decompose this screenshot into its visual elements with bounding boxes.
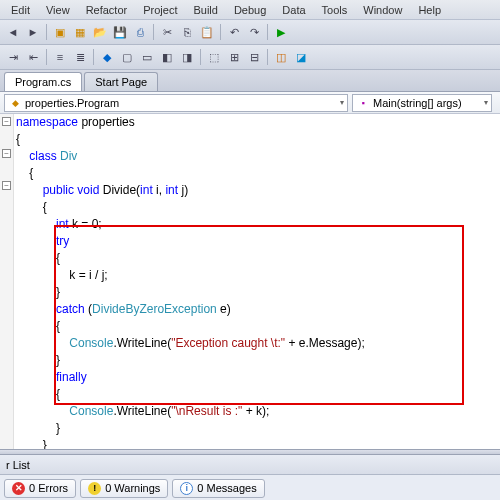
menu-tools[interactable]: Tools bbox=[315, 2, 355, 18]
menu-data[interactable]: Data bbox=[275, 2, 312, 18]
outdent-icon[interactable]: ⇤ bbox=[24, 48, 42, 66]
fold-gutter: − − − bbox=[0, 114, 14, 449]
separator bbox=[220, 24, 221, 40]
error-list-title: r List bbox=[6, 459, 30, 471]
menu-project[interactable]: Project bbox=[136, 2, 184, 18]
save-icon[interactable]: 💾 bbox=[111, 23, 129, 41]
separator bbox=[267, 24, 268, 40]
separator bbox=[93, 49, 94, 65]
menu-help[interactable]: Help bbox=[411, 2, 448, 18]
fold-toggle-icon[interactable]: − bbox=[2, 149, 11, 158]
paste-icon[interactable]: 📋 bbox=[198, 23, 216, 41]
menu-view[interactable]: View bbox=[39, 2, 77, 18]
class-dropdown-label: properties.Program bbox=[25, 97, 119, 109]
toolbar-row-2: ⇥ ⇤ ≡ ≣ ◆ ▢ ▭ ◧ ◨ ⬚ ⊞ ⊟ ◫ ◪ bbox=[0, 45, 500, 70]
tab-start-page[interactable]: Start Page bbox=[84, 72, 158, 91]
menu-bar: Edit View Refactor Project Build Debug D… bbox=[0, 0, 500, 20]
error-list-header: r List bbox=[0, 455, 500, 475]
tool-icon[interactable]: ◫ bbox=[272, 48, 290, 66]
cut-icon[interactable]: ✂ bbox=[158, 23, 176, 41]
undo-icon[interactable]: ↶ bbox=[225, 23, 243, 41]
tool-icon[interactable]: ⊞ bbox=[225, 48, 243, 66]
warnings-label: 0 Warnings bbox=[105, 482, 160, 494]
document-tab-bar: Program.cs Start Page bbox=[0, 70, 500, 92]
separator bbox=[153, 24, 154, 40]
add-item-icon[interactable]: ▦ bbox=[71, 23, 89, 41]
tool-icon[interactable]: ◨ bbox=[178, 48, 196, 66]
fold-toggle-icon[interactable]: − bbox=[2, 117, 11, 126]
member-dropdown-label: Main(string[] args) bbox=[373, 97, 462, 109]
highlight-box bbox=[54, 225, 464, 405]
separator bbox=[46, 24, 47, 40]
menu-window[interactable]: Window bbox=[356, 2, 409, 18]
menu-edit[interactable]: Edit bbox=[4, 2, 37, 18]
uncomment-icon[interactable]: ≣ bbox=[71, 48, 89, 66]
messages-label: 0 Messages bbox=[197, 482, 256, 494]
code-editor[interactable]: − − − namespace properties { class Div {… bbox=[0, 114, 500, 449]
error-list-toolbar: ✕ 0 Errors ! 0 Warnings i 0 Messages bbox=[0, 475, 500, 500]
indent-icon[interactable]: ⇥ bbox=[4, 48, 22, 66]
messages-button[interactable]: i 0 Messages bbox=[172, 479, 264, 498]
comment-icon[interactable]: ≡ bbox=[51, 48, 69, 66]
save-all-icon[interactable]: ⎙ bbox=[131, 23, 149, 41]
tool-icon[interactable]: ⊟ bbox=[245, 48, 263, 66]
warnings-button[interactable]: ! 0 Warnings bbox=[80, 479, 168, 498]
tool-icon[interactable]: ▢ bbox=[118, 48, 136, 66]
forward-icon[interactable]: ► bbox=[24, 23, 42, 41]
copy-icon[interactable]: ⎘ bbox=[178, 23, 196, 41]
errors-label: 0 Errors bbox=[29, 482, 68, 494]
tool-icon[interactable]: ▭ bbox=[138, 48, 156, 66]
errors-button[interactable]: ✕ 0 Errors bbox=[4, 479, 76, 498]
separator bbox=[46, 49, 47, 65]
member-dropdown[interactable]: ▪ Main(string[] args) bbox=[352, 94, 492, 112]
menu-debug[interactable]: Debug bbox=[227, 2, 273, 18]
info-icon: i bbox=[180, 482, 193, 495]
menu-refactor[interactable]: Refactor bbox=[79, 2, 135, 18]
open-icon[interactable]: 📂 bbox=[91, 23, 109, 41]
fold-toggle-icon[interactable]: − bbox=[2, 181, 11, 190]
redo-icon[interactable]: ↷ bbox=[245, 23, 263, 41]
separator bbox=[267, 49, 268, 65]
separator bbox=[200, 49, 201, 65]
back-icon[interactable]: ◄ bbox=[4, 23, 22, 41]
class-dropdown[interactable]: ◆ properties.Program bbox=[4, 94, 348, 112]
tool-icon[interactable]: ⬚ bbox=[205, 48, 223, 66]
tool-icon[interactable]: ◧ bbox=[158, 48, 176, 66]
menu-build[interactable]: Build bbox=[186, 2, 224, 18]
new-project-icon[interactable]: ▣ bbox=[51, 23, 69, 41]
run-icon[interactable]: ▶ bbox=[272, 23, 290, 41]
code-nav-bar: ◆ properties.Program ▪ Main(string[] arg… bbox=[0, 92, 500, 114]
bookmark-icon[interactable]: ◆ bbox=[98, 48, 116, 66]
warning-icon: ! bbox=[88, 482, 101, 495]
tool-icon[interactable]: ◪ bbox=[292, 48, 310, 66]
tab-program-cs[interactable]: Program.cs bbox=[4, 72, 82, 91]
class-icon: ◆ bbox=[9, 97, 21, 109]
toolbar-row-1: ◄ ► ▣ ▦ 📂 💾 ⎙ ✂ ⎘ 📋 ↶ ↷ ▶ bbox=[0, 20, 500, 45]
method-icon: ▪ bbox=[357, 97, 369, 109]
error-icon: ✕ bbox=[12, 482, 25, 495]
